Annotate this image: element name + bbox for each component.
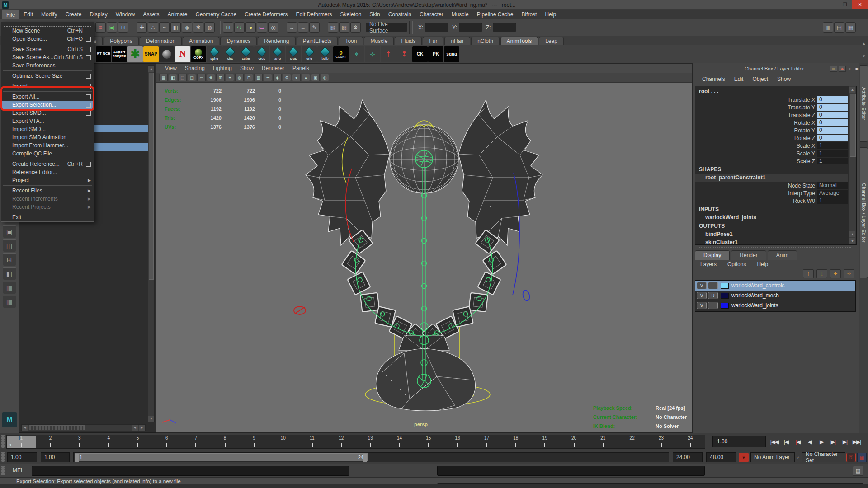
- move-layer-down-icon[interactable]: ↓: [816, 269, 827, 278]
- x-input[interactable]: [425, 23, 448, 32]
- paint-weights-shelf-icon[interactable]: ❢: [396, 46, 412, 62]
- viewport-toolbar-icon-11[interactable]: ▧: [254, 74, 263, 81]
- new-empty-layer-icon[interactable]: ✦: [830, 269, 841, 278]
- mask-rendering-icon[interactable]: ◍: [204, 22, 215, 33]
- shelf-tab-deformation[interactable]: Deformation: [140, 37, 182, 45]
- viewport-toolbar-icon-8[interactable]: ✦: [226, 74, 234, 81]
- animation-start-field[interactable]: 1.00: [7, 452, 37, 462]
- construction-history-icon[interactable]: ✎: [309, 22, 320, 33]
- file-menu-item-export-smd[interactable]: Export SMD...: [1, 109, 94, 117]
- cross2-control-shelf-icon[interactable]: cros: [286, 46, 301, 62]
- menubar-item-edit-deformers[interactable]: Edit Deformers: [292, 10, 336, 19]
- viewport-toolbar-icon-12[interactable]: ☰: [264, 74, 272, 81]
- channel-box-toggle-icon[interactable]: ▦: [845, 22, 856, 33]
- viewport-menu-show[interactable]: Show: [236, 64, 258, 72]
- menubar-item-constrain[interactable]: Constrain: [384, 10, 415, 19]
- viewport-toolbar-icon-1[interactable]: ▦: [159, 74, 168, 81]
- viewport-toolbar-icon-9[interactable]: ◍: [235, 74, 244, 81]
- menubar-item-geometry-cache[interactable]: Geometry Cache: [192, 10, 241, 19]
- layout-preset-button-4[interactable]: ◧: [3, 267, 16, 280]
- layer-visibility-toggle[interactable]: V: [697, 282, 707, 289]
- layout-preset-button-1[interactable]: ▣: [3, 225, 16, 238]
- animation-end-field[interactable]: 48.00: [706, 452, 736, 462]
- viewport-toolbar-icon-15[interactable]: ●: [292, 74, 301, 81]
- menubar-item-help[interactable]: Help: [541, 10, 560, 19]
- channel-value-field[interactable]: 1: [817, 197, 848, 204]
- channel-box-menu-show[interactable]: Show: [773, 75, 795, 83]
- mask-curves-icon[interactable]: ~: [159, 22, 170, 33]
- file-menu-item-import-smd[interactable]: Import SMD...: [1, 125, 94, 133]
- layout-preset-button-6[interactable]: ▦: [3, 296, 16, 308]
- snap-curve-icon[interactable]: ↪: [234, 22, 245, 33]
- channel-box-menu-object[interactable]: Object: [748, 75, 773, 83]
- channel-box-menu-channels[interactable]: Channels: [698, 75, 730, 83]
- bulb-control-shelf-icon[interactable]: bulb: [317, 46, 333, 62]
- anim-layer-dropdown[interactable]: No Anim Layer: [750, 452, 795, 462]
- sphere-shelf-icon[interactable]: [159, 46, 175, 62]
- file-menu-item-reference-editor[interactable]: Reference Editor...: [1, 168, 94, 176]
- step-back-frame-button[interactable]: |◀: [780, 436, 792, 448]
- mask-points-icon[interactable]: ∴: [148, 22, 158, 33]
- go-to-end-button[interactable]: ▶▶|: [851, 436, 863, 448]
- outliner-vertical-scrollbar[interactable]: ▲ ▼: [148, 65, 155, 422]
- anim-preferences-icon[interactable]: ▦: [857, 453, 867, 462]
- layer-mode-toggle[interactable]: [708, 302, 718, 309]
- z-input[interactable]: [493, 23, 516, 32]
- layer-row-warlockward-joints[interactable]: VwarlockWard_joints: [695, 300, 855, 310]
- set-key-icon[interactable]: ⚿: [846, 453, 856, 462]
- select-component-icon[interactable]: ⊞: [118, 22, 128, 33]
- viewport-toolbar-icon-2[interactable]: ◧: [169, 74, 177, 81]
- channel-value-field[interactable]: 0: [817, 119, 848, 126]
- scroll-up-icon[interactable]: ▲: [849, 231, 855, 237]
- viewport-toolbar-icon-10[interactable]: ⊡: [245, 74, 253, 81]
- file-menu-item-export-all[interactable]: Export All...: [1, 93, 94, 101]
- file-menu-item-import-from-hammer[interactable]: Import From Hammer...: [1, 141, 94, 150]
- scroll-down-icon[interactable]: ▼: [148, 416, 154, 422]
- y-input[interactable]: [459, 23, 482, 32]
- menubar-item-animate[interactable]: Animate: [163, 10, 191, 19]
- menu-tear-off[interactable]: [4, 23, 91, 27]
- channel-value-field[interactable]: 1: [817, 142, 848, 149]
- joint-tool-shelf-icon[interactable]: †: [381, 46, 396, 62]
- snap-live-icon[interactable]: ◎: [268, 22, 278, 33]
- menubar-item-display[interactable]: Display: [85, 10, 111, 19]
- arrow-control-shelf-icon[interactable]: arro: [270, 46, 285, 62]
- viewport-menu-panels[interactable]: Panels: [288, 64, 313, 72]
- shelf-scroll-arrows[interactable]: ▲▼: [861, 37, 867, 62]
- viewport-toolbar-icon-4[interactable]: ◫: [188, 74, 196, 81]
- outliner-selected-row[interactable]: [91, 125, 149, 132]
- layer-menu-help[interactable]: Help: [751, 260, 774, 268]
- channel-box-scrollbar[interactable]: ▲ ▲ ▼: [849, 86, 856, 244]
- viewport-toolbar-icon-14[interactable]: ⚙: [283, 74, 291, 81]
- range-slider-range[interactable]: 1 24: [75, 453, 368, 461]
- snap-point-icon[interactable]: ●: [245, 22, 256, 33]
- current-time-field[interactable]: 1.00: [712, 436, 766, 447]
- asterisk-shelf-icon[interactable]: ✱: [127, 46, 143, 62]
- shelf-tab-painteffects[interactable]: PaintEffects: [297, 37, 338, 45]
- select-hierarchy-icon[interactable]: ≡: [95, 22, 106, 33]
- menubar-item-pipeline-cache[interactable]: Pipeline Cache: [473, 10, 518, 19]
- drag-handle[interactable]: [1, 466, 5, 475]
- channel-value-field[interactable]: 1: [817, 158, 848, 164]
- go-to-start-button[interactable]: |◀◀: [769, 436, 780, 448]
- viewport-toolbar-icon-16[interactable]: ▲: [302, 74, 310, 81]
- scroll-right-icon[interactable]: ►: [139, 425, 145, 431]
- viewport-menu-lighting[interactable]: Lighting: [209, 64, 236, 72]
- pk-shelf-icon[interactable]: PK: [428, 46, 443, 62]
- squash-shelf-icon[interactable]: squa: [444, 46, 459, 62]
- viewport-canvas[interactable]: [156, 83, 692, 432]
- layer-visibility-toggle[interactable]: V: [697, 292, 707, 299]
- option-box-icon[interactable]: [86, 74, 91, 79]
- channel-value-field[interactable]: Average: [817, 190, 848, 197]
- channel-value-field[interactable]: Normal: [817, 182, 848, 189]
- menubar-item-skin[interactable]: Skin: [365, 10, 384, 19]
- scrollbar-thumb[interactable]: [149, 73, 154, 280]
- layer-tab-display[interactable]: Display: [695, 250, 730, 260]
- sphere-control-shelf-icon[interactable]: sphe: [207, 46, 222, 62]
- viewport-toolbar-icon-3[interactable]: ⬚: [178, 74, 187, 81]
- scroll-left-icon[interactable]: ◄: [22, 425, 28, 431]
- layer-color-swatch[interactable]: [721, 303, 729, 309]
- channel-value-field[interactable]: 0: [817, 96, 848, 103]
- scrollbar-thumb[interactable]: [29, 425, 85, 430]
- shelf-tab-ncloth[interactable]: nCloth: [471, 37, 500, 45]
